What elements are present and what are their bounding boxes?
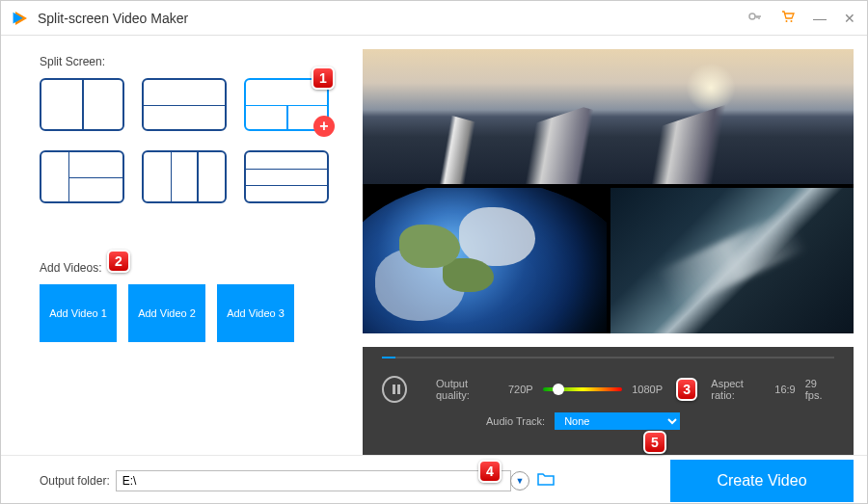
titlebar: Split-screen Video Maker — ✕ <box>1 1 867 36</box>
close-button[interactable]: ✕ <box>844 11 855 26</box>
callout-3: 3 <box>676 378 697 401</box>
minimize-button[interactable]: — <box>813 11 827 26</box>
cart-icon[interactable] <box>780 9 796 27</box>
output-folder-input[interactable] <box>116 470 511 491</box>
aspect-ratio-value: 16:9 <box>774 384 795 395</box>
template-1top-2bottom[interactable]: 1 + <box>244 78 329 131</box>
left-panel: Split Screen: 1 + Add Videos: 2 Add Vide… <box>1 36 363 455</box>
template-2col[interactable] <box>40 78 124 131</box>
preview-area <box>363 49 854 333</box>
callout-1: 1 <box>312 66 335 90</box>
progress-bar[interactable] <box>382 357 834 358</box>
template-3row[interactable] <box>244 150 329 203</box>
playback-controls: Output quality: 720P 1080P 3 Aspect rati… <box>363 347 854 455</box>
preview-pane-bottom-right[interactable] <box>610 188 854 333</box>
callout-5: 5 <box>643 431 666 454</box>
output-folder-label: Output folder: <box>40 474 110 488</box>
svg-point-0 <box>749 13 755 19</box>
svg-point-2 <box>791 20 793 22</box>
browse-folder-icon[interactable] <box>537 472 555 490</box>
pause-button[interactable] <box>382 376 407 403</box>
key-icon[interactable] <box>747 9 763 27</box>
template-left-2right[interactable] <box>40 150 124 203</box>
preview-pane-top[interactable] <box>363 49 854 184</box>
callout-4: 4 <box>478 460 502 483</box>
quality-slider[interactable] <box>543 387 622 391</box>
template-3col[interactable] <box>142 150 227 203</box>
template-grid: 1 + <box>40 78 334 203</box>
fps-value: 29 fps. <box>805 378 834 401</box>
output-quality-label: Output quality: <box>436 378 499 401</box>
audio-track-label: Audio Track: <box>486 415 545 427</box>
app-logo-icon <box>13 10 30 27</box>
app-window: Split-screen Video Maker — ✕ Split Scree… <box>0 0 868 504</box>
create-video-button[interactable]: Create Video <box>670 460 854 502</box>
add-template-icon[interactable]: + <box>313 116 335 137</box>
template-2row[interactable] <box>142 78 227 131</box>
add-video-3-button[interactable]: Add Video 3 <box>217 284 294 342</box>
svg-point-1 <box>786 20 788 22</box>
footer: Output folder: 4 ▼ 5 Create Video <box>1 455 867 504</box>
add-video-2-button[interactable]: Add Video 2 <box>128 284 205 342</box>
output-folder-dropdown[interactable]: ▼ <box>510 471 529 491</box>
add-videos-label: Add Videos: <box>40 261 334 275</box>
split-screen-label: Split Screen: <box>40 55 334 68</box>
preview-pane-bottom-left[interactable] <box>363 188 607 333</box>
callout-2: 2 <box>107 250 130 273</box>
add-video-1-button[interactable]: Add Video 1 <box>40 284 117 342</box>
audio-track-select[interactable]: None <box>555 412 680 430</box>
quality-720p-label: 720P <box>508 384 533 395</box>
app-title: Split-screen Video Maker <box>38 11 188 26</box>
quality-1080p-label: 1080P <box>632 384 663 395</box>
aspect-ratio-label: Aspect ratio: <box>711 378 765 401</box>
